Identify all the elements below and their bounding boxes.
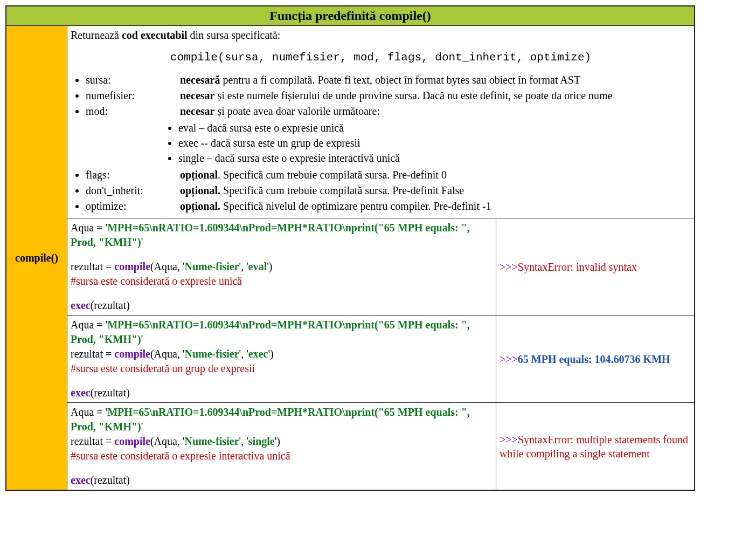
function-label: compile() bbox=[6, 26, 67, 491]
param-flags: flags:opțional. Specifică cum trebuie co… bbox=[86, 168, 691, 182]
param-optimize: optimize:opțional. Specifică nivelul de … bbox=[86, 199, 691, 214]
code-cell-eval: Aqua = 'MPH=65\nRATIO=1.609344\nProd=MPH… bbox=[67, 218, 496, 315]
comment-exec: #sursa este considerată un grup de expre… bbox=[71, 362, 255, 374]
intro-text-1: Returnează bbox=[71, 29, 122, 41]
compile-table: Funcția predefinită compile() compile() … bbox=[5, 5, 695, 491]
comment-single: #sursa este considerată o expresie inter… bbox=[71, 450, 290, 462]
params-list: sursa:necesară pentru a fi compilată. Po… bbox=[86, 73, 691, 119]
param-sursa: sursa:necesară pentru a fi compilată. Po… bbox=[86, 73, 691, 87]
intro-text-2: din sursa specificată: bbox=[188, 29, 281, 41]
output-single: SyntaxError: multiple statements found w… bbox=[500, 434, 688, 459]
signature: compile(sursa, numefisier, mod, flags, d… bbox=[71, 50, 691, 65]
mod-sublist: eval – dacă sursa este o expresie unică … bbox=[178, 121, 691, 166]
mod-exec: exec -- dacă sursa este un grup de expre… bbox=[178, 136, 691, 150]
comment-eval: #sursa este considerată o expresie unică bbox=[71, 275, 242, 287]
code-cell-exec: Aqua = 'MPH=65\nRATIO=1.609344\nProd=MPH… bbox=[67, 315, 496, 403]
output-cell-single: >>>SyntaxError: multiple statements foun… bbox=[496, 403, 695, 491]
mod-single: single – dacă sursa este o expresie inte… bbox=[178, 151, 691, 166]
code-cell-single: Aqua = 'MPH=65\nRATIO=1.609344\nProd=MPH… bbox=[67, 403, 496, 491]
output-cell-exec: >>>65 MPH equals: 104.60736 KMH bbox=[496, 315, 695, 403]
output-eval: SyntaxError: invalid syntax bbox=[518, 261, 637, 273]
intro-bold: cod executabil bbox=[122, 29, 188, 41]
mod-eval: eval – dacă sursa este o expresie unică bbox=[178, 121, 691, 135]
output-cell-eval: >>>SyntaxError: invalid syntax bbox=[496, 218, 695, 315]
param-numefisier: numefisier:necesar și este numele fișier… bbox=[86, 88, 691, 103]
example-row-exec: Aqua = 'MPH=65\nRATIO=1.609344\nProd=MPH… bbox=[6, 315, 695, 403]
example-row-eval: Aqua = 'MPH=65\nRATIO=1.609344\nProd=MPH… bbox=[6, 218, 695, 315]
example-row-single: Aqua = 'MPH=65\nRATIO=1.609344\nProd=MPH… bbox=[6, 403, 695, 491]
param-mod: mod:necesar și poate avea doar valorile … bbox=[86, 104, 691, 119]
param-dont-inherit: don't_inherit:opțional. Specifică cum tr… bbox=[86, 183, 691, 198]
params-list-2: flags:opțional. Specifică cum trebuie co… bbox=[86, 168, 691, 214]
description-cell: Returnează cod executabil din sursa spec… bbox=[67, 26, 695, 218]
output-exec: 65 MPH equals: 104.60736 KMH bbox=[518, 353, 670, 365]
table-title: Funcția predefinită compile() bbox=[6, 6, 695, 26]
